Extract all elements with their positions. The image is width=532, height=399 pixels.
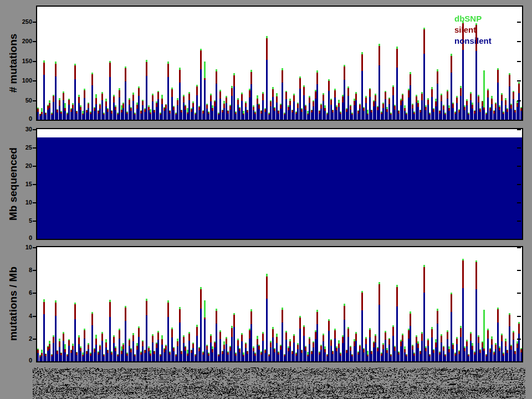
y-tick-mark (517, 184, 521, 185)
y-tick-mark (33, 61, 37, 62)
y-tick-mark (517, 41, 521, 42)
y-tick-label: 0 (8, 356, 32, 364)
y-tick-label: 150 (8, 57, 32, 65)
y-tick-mark (517, 166, 521, 167)
y-tick-label: 15 (8, 180, 32, 188)
y-tick-mark (33, 270, 37, 271)
panel-mutation-counts (36, 6, 523, 121)
legend-item-nonsilent: nonsilent (454, 35, 492, 47)
y-tick-mark (517, 270, 521, 271)
y-tick-label: 250 (8, 18, 32, 25)
y-tick-mark (33, 41, 37, 42)
y-tick-mark (33, 316, 37, 317)
y-tick-mark (517, 100, 521, 101)
y-tick-mark (517, 202, 521, 203)
y-tick-mark (517, 247, 521, 248)
legend-item-dbsnp: dbSNP (454, 13, 492, 24)
y-tick-label: 100 (8, 76, 32, 84)
y-tick-label: 10 (8, 198, 32, 206)
legend-item-silent: silent (454, 24, 492, 35)
y-tick-label: 200 (8, 37, 32, 45)
mutation-rate-figure: # mutations dbSNP silent nonsilent Mb se… (0, 0, 532, 399)
y-tick-label: 20 (8, 162, 32, 170)
y-tick-label: 5 (8, 217, 32, 224)
mb-sequenced-bars-canvas (37, 129, 522, 239)
y-tick-mark (33, 147, 37, 149)
y-tick-label: 4 (8, 312, 32, 320)
y-tick-label: 6 (8, 289, 32, 296)
y-tick-mark (33, 293, 37, 294)
y-tick-mark (517, 339, 521, 340)
y-tick-mark (517, 22, 521, 23)
y-tick-label: 8 (8, 266, 32, 274)
y-tick-mark (33, 80, 37, 81)
mutation-counts-bars-canvas (37, 7, 522, 120)
y-tick-mark (33, 221, 37, 222)
y-tick-mark (33, 129, 37, 130)
legend: dbSNP silent nonsilent (454, 13, 492, 47)
y-tick-mark (33, 100, 37, 101)
y-tick-label: 25 (8, 144, 32, 151)
y-tick-mark (33, 184, 37, 185)
panel-mb-sequenced (36, 128, 523, 240)
y-axis-label-mutation-rate: mutations / Mb (7, 243, 20, 365)
y-tick-mark (33, 202, 37, 203)
y-tick-mark (517, 221, 521, 222)
y-tick-mark (517, 129, 521, 130)
y-tick-mark (517, 61, 521, 62)
y-tick-label: 2 (8, 335, 32, 342)
y-tick-label: 0 (8, 234, 32, 242)
y-tick-mark (517, 147, 521, 149)
y-tick-mark (33, 247, 37, 248)
y-tick-mark (33, 22, 37, 23)
mutation-rate-bars-canvas (37, 247, 522, 361)
y-tick-label: 10 (8, 243, 32, 251)
y-tick-label: 0 (8, 115, 32, 122)
y-tick-label: 30 (8, 125, 32, 133)
y-tick-label: 50 (8, 96, 32, 104)
y-tick-mark (517, 80, 521, 81)
y-tick-mark (517, 316, 521, 317)
y-tick-mark (33, 166, 37, 167)
panel-mutation-rate (36, 246, 523, 362)
y-tick-mark (517, 293, 521, 294)
sample-labels-band (33, 367, 525, 399)
y-tick-mark (33, 339, 37, 340)
